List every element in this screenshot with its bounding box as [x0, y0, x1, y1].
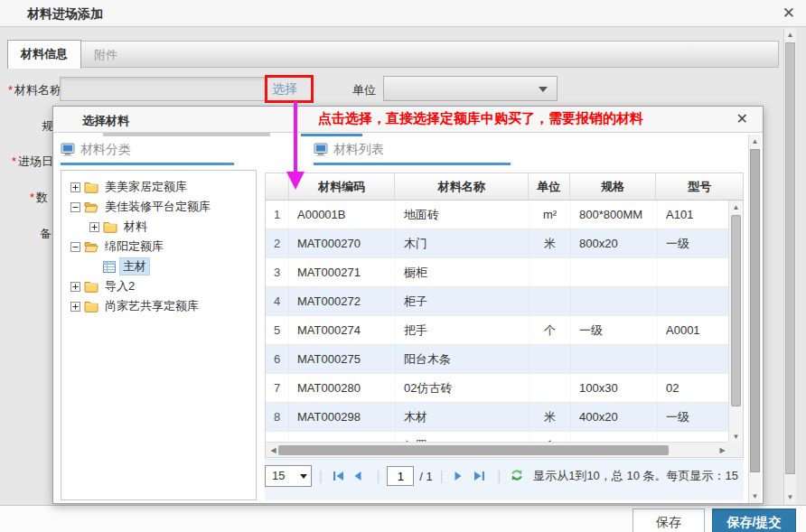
tree-item-导入2[interactable]: 导入2: [61, 276, 256, 296]
cell-spec: [571, 287, 658, 315]
expander-plus-icon[interactable]: [70, 182, 80, 192]
list-panel-underline: [314, 163, 511, 165]
save-submit-button[interactable]: 保存/提交: [712, 509, 796, 532]
folder-closed-icon: [84, 181, 98, 193]
table-row[interactable]: 3MAT000271橱柜: [266, 258, 743, 287]
scroll-up-icon[interactable]: ▲: [749, 137, 761, 145]
expander-minus-icon[interactable]: [70, 202, 80, 212]
total-pages-label: / 1: [419, 470, 432, 483]
cell-num: 7: [266, 374, 289, 402]
cell-num: 4: [266, 287, 289, 315]
cell-unit: [530, 258, 571, 286]
unit-dropdown[interactable]: [383, 76, 558, 101]
col-header-spec[interactable]: 规格: [570, 173, 657, 200]
cell-unit: [530, 345, 571, 373]
last-page-button[interactable]: [473, 470, 487, 482]
tab-attachments[interactable]: 附件: [83, 42, 128, 68]
tree-item-绵阳定额库[interactable]: 绵阳定额库: [61, 237, 256, 257]
modal-title: 选择材料: [82, 113, 129, 129]
page-size-select[interactable]: 15: [265, 465, 312, 487]
cell-unit: m²: [530, 201, 571, 229]
pagination-bar: 15 | | / 1 | |: [265, 459, 744, 500]
tree-item-label: 尚家艺共享定额库: [102, 297, 202, 315]
col-header-name[interactable]: 材料名称: [395, 173, 528, 200]
page-number-input[interactable]: [387, 466, 414, 486]
cell-spec: 800*800MM: [571, 201, 658, 229]
cell-code: MAT000274: [289, 316, 396, 344]
material-tree: 美美家居定额库美佳装修平台定额库材料绵阳定额库主材导入2尚家艺共享定额库: [61, 170, 257, 500]
chevron-down-icon: [300, 474, 307, 479]
expander-plus-icon[interactable]: [70, 302, 80, 312]
expander-minus-icon[interactable]: [70, 242, 80, 252]
table-hscroll-thumb[interactable]: [278, 445, 669, 455]
scroll-down-icon[interactable]: ▼: [749, 492, 761, 500]
tree-item-label: 美佳装修平台定额库: [102, 198, 213, 216]
table-row[interactable]: 6MAT000275阳台木条: [266, 345, 743, 374]
table-row[interactable]: 7MAT00028002仿古砖100x3002: [266, 374, 743, 403]
cell-model: [658, 345, 730, 373]
quantity-label-partial: *数: [30, 190, 48, 206]
scroll-up-icon[interactable]: ▲: [784, 31, 796, 39]
cell-name: 木材: [396, 403, 530, 431]
chevron-down-icon: [539, 87, 548, 92]
tree-item-美佳装修平台定额库[interactable]: 美佳装修平台定额库: [61, 197, 256, 217]
tree-item-材料[interactable]: 材料: [61, 217, 256, 237]
tree-item-label: 美美家居定额库: [102, 178, 190, 196]
folder-closed-icon: [84, 300, 98, 313]
col-header-unit[interactable]: 单位: [529, 173, 570, 200]
modal-close-icon[interactable]: ✕: [736, 110, 748, 127]
save-button[interactable]: 保存: [633, 509, 705, 532]
annotation-underline: [301, 134, 362, 136]
table-vertical-scrollbar[interactable]: ▲ ▼: [728, 201, 743, 443]
material-entry-dialog: 材料进场添加 ✕ 材料信息 附件 *材料名称 选择 单位 规 *进场日 *数 备…: [0, 0, 806, 532]
next-page-button[interactable]: [453, 470, 467, 482]
tab-material-info[interactable]: 材料信息: [7, 40, 81, 69]
unit-label: 单位: [352, 82, 376, 98]
cell-spec: 100x30: [571, 374, 658, 402]
main-scrollbar[interactable]: ▲ ▼: [783, 28, 796, 504]
window-close-icon[interactable]: ✕: [783, 5, 795, 23]
window-title: 材料进场添加: [27, 6, 103, 23]
tree-item-label: 材料: [121, 218, 150, 236]
prev-page-button[interactable]: [352, 470, 367, 482]
cell-spec: 800x20: [571, 229, 658, 257]
folder-open-icon: [84, 240, 98, 253]
scroll-up-icon[interactable]: ▲: [729, 203, 743, 211]
table-row[interactable]: 5MAT000274把手个一级A0001: [266, 316, 743, 345]
cell-unit: [530, 287, 571, 315]
scroll-down-icon[interactable]: ▼: [784, 493, 796, 501]
table-row[interactable]: 2MAT000270木门米800x20一级: [266, 229, 743, 258]
cell-name: 木门: [396, 229, 530, 257]
tree-panel-underline: [61, 163, 234, 165]
col-header-model[interactable]: 型号: [656, 173, 743, 200]
modal-scrollbar-thumb[interactable]: [750, 149, 760, 472]
expander-plus-icon[interactable]: [89, 222, 99, 232]
table-horizontal-scrollbar[interactable]: ◀ ▶: [266, 442, 730, 457]
table-row[interactable]: 8MAT000298木材米400x20一级: [266, 403, 743, 432]
modal-scrollbar[interactable]: ▲ ▼: [748, 135, 761, 503]
scroll-right-icon[interactable]: ▶: [717, 446, 728, 454]
expander-plus-icon[interactable]: [70, 282, 80, 292]
table-header-row: 材料编码 材料名称 单位 规格 型号: [266, 173, 743, 201]
scroll-down-icon[interactable]: ▼: [729, 433, 743, 441]
tree-item-美美家居定额库[interactable]: 美美家居定额库: [61, 177, 256, 197]
cell-name: 地面砖: [396, 201, 530, 229]
scrollbar-corner: [728, 442, 743, 457]
cell-model: 02: [658, 374, 730, 402]
cell-code: A00001B: [289, 201, 396, 229]
cell-code: MAT000298: [289, 403, 396, 431]
material-name-input[interactable]: [60, 77, 267, 101]
first-page-button[interactable]: [333, 470, 347, 482]
tree-item-尚家艺共享定额库[interactable]: 尚家艺共享定额库: [61, 296, 256, 316]
refresh-icon[interactable]: [510, 468, 524, 485]
tree-item-label: 绵阳定额库: [102, 238, 166, 256]
table-vscroll-thumb[interactable]: [731, 215, 741, 406]
table-row[interactable]: 1A00001B地面砖m²800*800MMA101: [266, 201, 743, 229]
entry-date-label-partial: *进场日: [12, 154, 53, 170]
tree-item-主材[interactable]: 主材: [61, 257, 256, 276]
cell-unit: 个: [530, 316, 571, 344]
cell-name: 橱柜: [396, 258, 530, 286]
main-scrollbar-thumb[interactable]: [785, 42, 795, 474]
monitor-icon: [61, 143, 75, 157]
table-row[interactable]: 4MAT000272柜子: [266, 287, 743, 316]
